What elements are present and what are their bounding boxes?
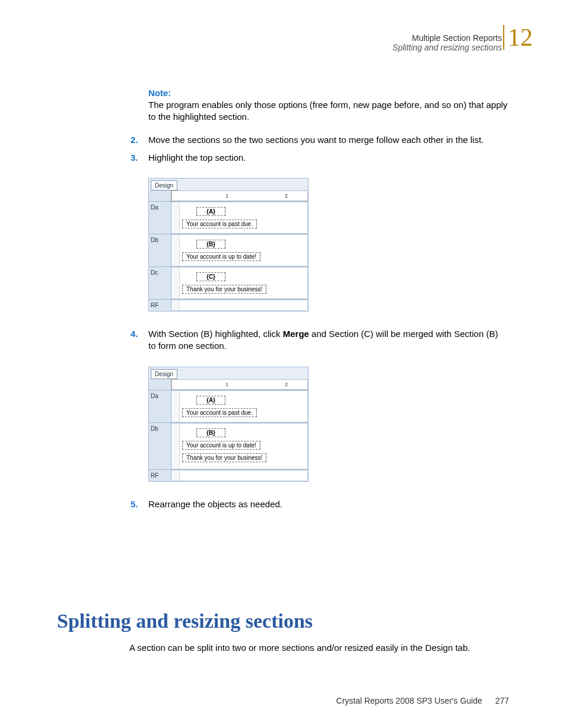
vertical-ruler — [171, 391, 180, 422]
step-4: 4. With Section (B) highlighted, click M… — [131, 328, 508, 352]
section-body-dc: {C} Thank you for your business! — [171, 267, 308, 299]
step-2-number: 2. — [131, 134, 138, 146]
text-dc: Thank you for your business! — [182, 285, 266, 294]
vertical-ruler — [171, 268, 180, 298]
section-label-da: Da — [149, 202, 171, 234]
section-rf: RF — [149, 469, 308, 481]
page-header: Multiple Section Reports Splitting and r… — [393, 33, 502, 52]
vertical-ruler — [171, 424, 180, 469]
horizontal-ruler: 1 2 — [171, 379, 308, 390]
note-label: Note: — [148, 88, 508, 98]
section-intro: A section can be split into two or more … — [129, 642, 508, 654]
step-5-number: 5. — [131, 498, 138, 510]
section-heading: Splitting and resizing sections — [57, 610, 313, 632]
section-db: Db {B} Your account is up to date! Thank… — [149, 422, 308, 469]
horizontal-ruler: 1 2 — [171, 190, 308, 201]
page-footer: Crystal Reports 2008 SP3 User's Guide 27… — [336, 696, 509, 705]
text-da: Your account is past due. — [182, 408, 257, 417]
text-da: Your account is past due. — [182, 220, 257, 228]
section-body-db: {B} Your account is up to date! — [171, 234, 308, 266]
footer-page: 277 — [495, 696, 509, 705]
vertical-ruler — [171, 471, 180, 481]
text-db-2: Thank you for your business! — [182, 453, 266, 462]
design-tab: Design — [151, 369, 177, 379]
section-body-da: {A} Your account is past due. — [171, 202, 308, 234]
note-text: The program enables only those options (… — [148, 99, 508, 123]
text-db: Your account is up to date! — [182, 252, 260, 261]
ruler-corner — [149, 379, 171, 390]
step-3: 3. Highlight the top section. — [131, 152, 508, 164]
chapter-title: Multiple Section Reports — [393, 33, 502, 43]
section-rf: RF — [149, 299, 308, 311]
step-4-text: With Section (B) highlighted, click Merg… — [148, 328, 508, 352]
step-2: 2. Move the sections so the two sections… — [131, 134, 508, 146]
footer-guide: Crystal Reports 2008 SP3 User's Guide — [336, 696, 482, 705]
section-label-da: Da — [149, 390, 171, 422]
chapter-number: 12 — [503, 25, 533, 50]
vertical-ruler — [171, 235, 180, 266]
section-label-rf: RF — [149, 300, 171, 311]
step-3-number: 3. — [131, 152, 138, 164]
field-b: {B} — [196, 240, 225, 249]
step-5-text: Rearrange the objects as needed. — [148, 498, 508, 510]
figure-after-merge: Design 1 2 Da {A} Your account is past d… — [148, 367, 309, 482]
section-body-da: {A} Your account is past due. — [171, 390, 308, 422]
vertical-ruler — [171, 300, 180, 310]
step-3-text: Highlight the top section. — [148, 152, 508, 164]
vertical-ruler — [171, 202, 180, 233]
section-da: Da {A} Your account is past due. — [149, 201, 308, 234]
text-db-1: Your account is up to date! — [182, 441, 260, 450]
section-db: Db {B} Your account is up to date! — [149, 234, 308, 266]
section-body-rf — [171, 470, 308, 481]
design-tab: Design — [151, 180, 177, 190]
section-label-dc: Dc — [149, 267, 171, 299]
ruler-corner — [149, 190, 171, 201]
section-label-rf: RF — [149, 470, 171, 481]
step-4-number: 4. — [131, 328, 138, 340]
section-da: Da {A} Your account is past due. — [149, 390, 308, 422]
section-body-rf — [171, 300, 308, 311]
field-b: {B} — [196, 428, 225, 437]
section-dc: Dc {C} Thank you for your business! — [149, 266, 308, 299]
field-a: {A} — [196, 207, 225, 216]
section-body-db: {B} Your account is up to date! Thank yo… — [171, 423, 308, 469]
section-label-db: Db — [149, 234, 171, 266]
section-label-db: Db — [149, 423, 171, 469]
figure-before-merge: Design 1 2 Da {A} Your account is past d… — [148, 178, 309, 311]
field-a: {A} — [196, 396, 225, 405]
step-2-text: Move the sections so the two sections yo… — [148, 134, 508, 146]
section-title: Splitting and resizing sections — [393, 43, 502, 52]
field-c: {C} — [196, 272, 225, 281]
step-5: 5. Rearrange the objects as needed. — [131, 498, 508, 510]
